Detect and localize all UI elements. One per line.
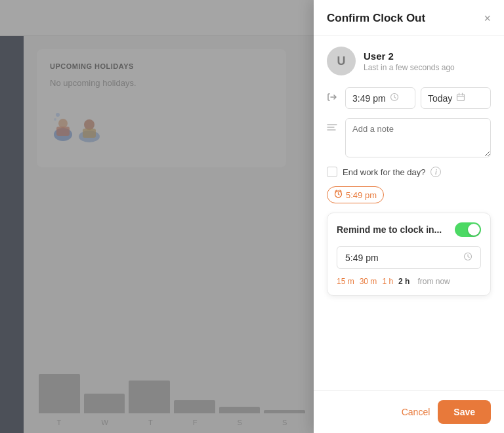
end-work-checkbox[interactable]: [327, 167, 337, 177]
reminder-clock-icon: [463, 252, 472, 263]
clock-out-time-value: 3:49 pm: [352, 93, 386, 104]
quick-time-2h[interactable]: 2 h: [398, 277, 410, 286]
clock-out-date-value: Today: [428, 93, 452, 104]
quick-time-30m[interactable]: 30 m: [360, 277, 377, 286]
note-lines-icon: [327, 123, 340, 134]
quick-time-15m[interactable]: 15 m: [337, 277, 354, 286]
time-row: 3:49 pm Today: [327, 87, 491, 109]
calendar-icon: [456, 93, 465, 104]
alarm-icon: [334, 190, 343, 200]
clock-out-arrow-icon: [327, 91, 340, 106]
clock-out-time-field[interactable]: 3:49 pm: [345, 87, 415, 109]
time-pill[interactable]: 5:49 pm: [327, 186, 384, 203]
quick-times: 15 m 30 m 1 h 2 h from now: [337, 277, 481, 286]
reminder-title: Remind me to clock in...: [337, 224, 442, 235]
clock-out-date-field[interactable]: Today: [421, 87, 491, 109]
user-row: U User 2 Last in a few seconds ago: [327, 47, 491, 75]
confirm-clock-out-modal: Confirm Clock Out × U User 2 Last in a f…: [314, 0, 504, 433]
toggle-knob: [468, 224, 480, 236]
reminder-header: Remind me to clock in...: [337, 222, 481, 237]
end-work-info-icon[interactable]: i: [430, 167, 441, 177]
modal-body: U User 2 Last in a few seconds ago 3:49 …: [314, 36, 504, 390]
reminder-time-value: 5:49 pm: [345, 253, 379, 263]
time-clock-icon: [390, 93, 399, 104]
modal-header: Confirm Clock Out ×: [314, 0, 504, 36]
user-name: User 2: [364, 51, 455, 62]
time-pill-container: 5:49 pm: [327, 186, 491, 213]
end-work-label: End work for the day?: [343, 167, 425, 177]
reminder-card: Remind me to clock in... 5:49 pm 15 m 30…: [327, 213, 491, 296]
quick-time-1h[interactable]: 1 h: [382, 277, 393, 286]
reminder-toggle[interactable]: [455, 222, 481, 237]
user-info: User 2 Last in a few seconds ago: [364, 51, 455, 72]
save-button[interactable]: Save: [438, 400, 491, 424]
reminder-time-field[interactable]: 5:49 pm: [337, 246, 481, 269]
note-row: [327, 118, 491, 157]
modal-close-button[interactable]: ×: [484, 12, 491, 24]
modal-footer: Cancel Save: [314, 390, 504, 433]
avatar: U: [327, 47, 356, 75]
time-pill-label: 5:49 pm: [346, 190, 377, 200]
user-status: Last in a few seconds ago: [364, 63, 455, 72]
note-textarea[interactable]: [345, 118, 491, 157]
svg-rect-9: [457, 94, 465, 101]
end-work-row: End work for the day? i: [327, 167, 491, 177]
from-now-label: from now: [417, 277, 450, 286]
modal-title: Confirm Clock Out: [327, 12, 425, 25]
cancel-button[interactable]: Cancel: [402, 407, 430, 417]
